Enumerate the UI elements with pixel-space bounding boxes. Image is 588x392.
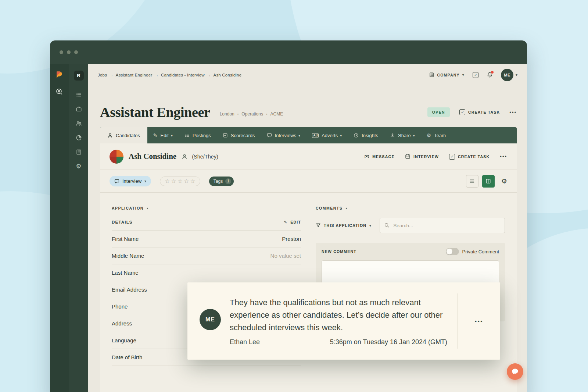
tab-team[interactable]: ⚙ Team <box>421 127 452 143</box>
chevron-up-icon: ▴ <box>147 206 149 210</box>
create-task-button[interactable]: ✓ CREATE TASK <box>449 154 490 160</box>
envelope-icon: ✉ <box>364 154 369 159</box>
details-heading: DETAILS <box>112 220 133 224</box>
pie-chart-icon[interactable] <box>76 135 82 141</box>
comment-more-button[interactable]: ••• <box>475 318 483 324</box>
check-icon: ✓ <box>460 110 464 114</box>
breadcrumb-item[interactable]: Jobs <box>98 73 107 77</box>
top-bar: Jobs → Assistant Engineer → Candidates -… <box>88 64 527 86</box>
bullet: • <box>266 112 268 116</box>
stage-dropdown[interactable]: Interview ▾ <box>110 176 151 186</box>
more-actions-button[interactable]: ••• <box>500 154 507 159</box>
people-icon[interactable] <box>76 120 82 126</box>
candidate-search-icon[interactable] <box>55 88 63 96</box>
application-section-toggle[interactable]: APPLICATION ▴ <box>112 206 301 210</box>
gear-icon[interactable]: ⚙ <box>76 163 81 170</box>
field-row: Last Name <box>112 264 301 281</box>
star-icon[interactable]: ☆ <box>184 178 189 184</box>
star-icon[interactable]: ☆ <box>190 178 195 184</box>
message-label: MESSAGE <box>372 154 395 159</box>
list-icon[interactable] <box>76 92 82 98</box>
tab-label: Edit <box>161 133 169 138</box>
field-value: Preston <box>282 236 301 242</box>
breadcrumb-separator: → <box>207 73 211 77</box>
chat-bubble-icon <box>114 179 119 184</box>
comments-search-input[interactable] <box>380 218 505 233</box>
pinpoint-logo[interactable] <box>55 71 64 79</box>
job-company: ACME <box>270 111 283 117</box>
window-control-dot[interactable] <box>60 50 63 54</box>
comments-filter-dropdown[interactable]: THIS APPLICATION ▾ <box>316 223 372 228</box>
building-icon[interactable] <box>76 149 82 155</box>
edit-details-button[interactable]: ✎ EDIT <box>284 220 301 224</box>
bullet: • <box>237 112 239 116</box>
window-control-dot[interactable] <box>67 50 71 54</box>
task-icon: ✓ <box>449 154 455 160</box>
view-settings-gear-icon[interactable]: ⚙ <box>501 178 507 185</box>
ad-icon: Ad <box>312 133 319 138</box>
chevron-down-icon: ▾ <box>144 179 146 183</box>
chat-launcher-button[interactable] <box>507 363 523 380</box>
column-view-button[interactable] <box>482 175 495 188</box>
chevron-down-icon: ▾ <box>171 133 173 138</box>
star-icon[interactable]: ☆ <box>178 178 183 184</box>
tab-label: Team <box>434 133 446 138</box>
chevron-down-icon: ▾ <box>340 133 342 138</box>
private-comment-toggle[interactable] <box>446 248 459 255</box>
chevron-down-icon: ▾ <box>462 73 465 77</box>
interview-label: INTERVIEW <box>413 154 439 159</box>
tab-insights[interactable]: Insights <box>348 127 384 143</box>
user-menu[interactable]: ME ▾ <box>501 69 517 81</box>
interview-button[interactable]: INTERVIEW <box>405 154 439 159</box>
create-task-button[interactable]: ✓ CREATE TASK <box>459 109 500 115</box>
field-label: Middle Name <box>112 253 144 259</box>
message-button[interactable]: ✉ MESSAGE <box>364 154 395 159</box>
tab-adverts[interactable]: Ad Adverts ▾ <box>306 127 348 143</box>
tab-share[interactable]: Share ▾ <box>384 127 421 143</box>
field-label: Phone <box>112 303 128 310</box>
field-value: No value set <box>270 253 301 259</box>
rating-stars[interactable]: ☆ ☆ ☆ ☆ ☆ <box>160 177 200 186</box>
tab-postings[interactable]: Postings <box>179 127 217 143</box>
notifications-bell-icon[interactable] <box>487 72 493 78</box>
window-control-dot[interactable] <box>74 50 78 54</box>
tab-label: Interviews <box>275 133 297 138</box>
edit-label: EDIT <box>290 220 301 224</box>
tags-button[interactable]: Tags 1 <box>209 177 234 186</box>
funnel-icon <box>316 223 321 228</box>
job-location: London <box>220 111 234 117</box>
workspace-avatar[interactable]: R <box>74 71 84 81</box>
application-section-label: APPLICATION <box>112 206 144 210</box>
breadcrumb-item: Ash Considine <box>214 73 242 77</box>
tab-label: Share <box>398 133 411 138</box>
building-icon <box>429 72 434 78</box>
field-label: Language <box>112 337 136 343</box>
tasks-icon[interactable]: ✓ <box>473 72 478 78</box>
tab-label: Scorecards <box>231 133 255 138</box>
star-icon[interactable]: ☆ <box>165 178 170 184</box>
tab-edit[interactable]: ✎ Edit ▾ <box>147 127 179 143</box>
tab-scorecards[interactable]: Scorecards <box>217 127 261 143</box>
app-rail <box>50 64 69 392</box>
pencil-icon: ✎ <box>153 133 158 138</box>
comment-timestamp: 5:36pm on Tuesday 16 Jan 2024 (GMT) <box>330 338 447 346</box>
comment-text: They have the qualifications but not as … <box>230 296 447 334</box>
more-actions-button[interactable]: ••• <box>509 110 517 115</box>
breadcrumb-separator: → <box>154 73 159 77</box>
list-view-button[interactable] <box>466 175 478 188</box>
status-badge: OPEN <box>427 107 450 117</box>
tab-candidates[interactable]: Candidates <box>100 127 147 143</box>
breadcrumb-item[interactable]: Assistant Engineer <box>116 73 153 77</box>
comments-section-toggle[interactable]: COMMENTS ▴ <box>316 206 505 210</box>
breadcrumb-item[interactable]: Candidates - Interview <box>161 73 205 77</box>
workspace-rail: R ⚙ <box>69 64 88 392</box>
company-menu[interactable]: COMPANY ▾ <box>429 72 465 78</box>
check-square-icon <box>223 133 228 138</box>
star-icon[interactable]: ☆ <box>171 178 176 184</box>
tab-interviews[interactable]: Interviews ▾ <box>261 127 306 143</box>
briefcase-icon[interactable] <box>76 106 82 112</box>
stage-label: Interview <box>122 178 141 184</box>
candidate-pronouns: (She/They) <box>192 154 218 160</box>
company-label: COMPANY <box>437 73 459 77</box>
person-badge-icon[interactable] <box>182 154 187 160</box>
